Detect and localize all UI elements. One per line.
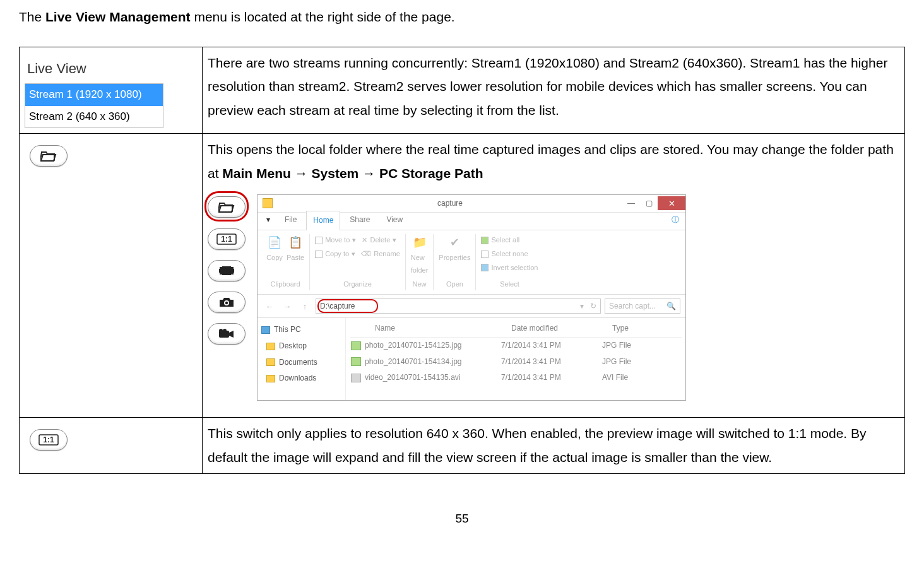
tab-home[interactable]: Home (306, 211, 340, 230)
svg-text:1:1: 1:1 (43, 435, 54, 444)
video-file-icon (351, 374, 361, 382)
ribbon-copy[interactable]: 📄Copy (266, 234, 283, 264)
file-list-header: Name Date modified Type (350, 321, 682, 338)
one-to-one-button[interactable]: 1:1 (30, 429, 68, 451)
row1-cell-desc: There are two streams running concurrent… (203, 47, 905, 134)
tree-documents[interactable]: Documents (261, 355, 341, 371)
search-icon: 🔍 (666, 300, 676, 314)
row2-arrow-1: → (291, 166, 312, 180)
col-date-header[interactable]: Date modified (511, 322, 612, 336)
explorer-file-list: Name Date modified Type photo_20140701-1… (346, 318, 685, 400)
search-placeholder: Search capt... (609, 300, 656, 314)
intro-paragraph: The Live View Management menu is located… (19, 6, 905, 28)
open-folder-button-highlighted[interactable] (208, 196, 246, 218)
file-row[interactable]: video_20140701-154135.avi 7/1/2014 3:41 … (350, 370, 682, 386)
button-stack: 1:1 (208, 194, 246, 345)
col-type-header[interactable]: Type (612, 322, 629, 336)
properties-icon: ✔ (446, 234, 463, 251)
row2-arrow-2: → (358, 166, 379, 180)
intro-prefix: The (19, 9, 45, 24)
tab-file[interactable]: File (278, 210, 304, 230)
row2-bold-system: System (312, 166, 359, 180)
open-folder-button[interactable] (30, 145, 68, 167)
ribbon-new-folder[interactable]: 📁New folder (411, 234, 429, 277)
ribbon-group-new: New (413, 278, 427, 291)
ribbon-select-none[interactable]: Select none (481, 248, 538, 261)
explorer-nav-bar: ← → ↑ D:\capture ▾ ↻ Search capt... 🔍 (258, 295, 685, 318)
file-row[interactable]: photo_20140701-154134.jpg 7/1/2014 3:41 … (350, 354, 682, 370)
explorer-ribbon-tabs: ▾ File Home Share View ⓘ (258, 213, 685, 230)
ribbon-select-all[interactable]: Select all (481, 234, 538, 247)
explorer-title: capture (278, 197, 622, 211)
nav-back-icon[interactable]: ← (263, 299, 276, 313)
row3-cell-image: 1:1 (20, 418, 203, 474)
address-highlight (317, 299, 378, 313)
fullscreen-button[interactable] (208, 260, 246, 281)
pc-icon (261, 326, 270, 334)
ribbon-group-open: Open (446, 278, 463, 291)
stream-list[interactable]: Stream 1 (1920 x 1080) Stream 2 (640 x 3… (25, 83, 163, 128)
tree-desktop[interactable]: Desktop (261, 338, 341, 355)
tab-share[interactable]: Share (343, 210, 377, 230)
search-box[interactable]: Search capt... 🔍 (605, 298, 680, 314)
svg-text:1:1: 1:1 (221, 235, 232, 244)
row3-cell-desc: This switch only applies to resolution 6… (203, 418, 905, 474)
explorer-ribbon: 📄Copy 📋Paste Clipboard Move to ▾ ✕ Delet… (258, 230, 685, 295)
svg-point-4 (225, 302, 228, 304)
nav-fwd-icon[interactable]: → (280, 299, 294, 313)
row2-desc-text: This opens the local folder where the re… (208, 138, 899, 186)
file-row[interactable]: photo_20140701-154125.jpg 7/1/2014 3:41 … (350, 338, 682, 354)
svg-rect-2 (219, 266, 234, 275)
explorer-tree: This PC Desktop Documents Downloads (258, 318, 346, 400)
intro-suffix: menu is located at the right side of the… (191, 9, 455, 24)
svg-point-6 (219, 329, 223, 333)
stream-option-1[interactable]: Stream 1 (1920 x 1080) (25, 84, 163, 106)
row3-desc-text: This switch only applies to resolution 6… (208, 426, 867, 464)
svg-point-7 (223, 329, 227, 333)
stream-option-2[interactable]: Stream 2 (640 x 360) (25, 106, 163, 128)
col-name-header[interactable]: Name (360, 322, 511, 336)
row2-cell-desc: This opens the local folder where the re… (203, 134, 905, 418)
tree-downloads[interactable]: Downloads (261, 370, 341, 387)
row2-cell-image (20, 134, 203, 418)
image-file-icon (351, 357, 361, 366)
camera-icon (218, 296, 235, 309)
feature-table: Live View Stream 1 (1920 x 1080) Stream … (19, 47, 905, 474)
folder-icon (266, 343, 275, 350)
help-icon[interactable]: ⓘ (665, 211, 685, 230)
ribbon-move-to[interactable]: Move to ▾ ✕ Delete ▾ (315, 234, 400, 247)
address-bar[interactable]: D:\capture ▾ ↻ (316, 298, 601, 314)
record-button[interactable] (208, 323, 246, 345)
quick-access-icon[interactable]: ▾ (261, 211, 275, 230)
row1-desc-text: There are two streams running concurrent… (208, 56, 887, 118)
ribbon-copy-to[interactable]: Copy to ▾ ⌫ Rename (315, 248, 400, 261)
snapshot-button[interactable] (208, 292, 246, 313)
image-file-icon (351, 341, 361, 350)
maximize-button[interactable]: ▢ (640, 196, 658, 210)
video-camera-icon (217, 328, 236, 340)
folder-icon (266, 375, 275, 382)
ribbon-paste[interactable]: 📋Paste (287, 234, 304, 264)
tree-this-pc[interactable]: This PC (261, 322, 341, 338)
one-to-one-icon: 1:1 (216, 233, 237, 245)
folder-icon (263, 198, 273, 208)
close-button[interactable]: ✕ (658, 196, 685, 210)
ribbon-properties[interactable]: ✔Properties (439, 234, 470, 264)
row1-cell-image: Live View Stream 1 (1920 x 1080) Stream … (20, 47, 203, 134)
live-view-label: Live View (22, 52, 199, 84)
folder-icon (266, 358, 275, 366)
ribbon-group-clipboard: Clipboard (271, 278, 300, 291)
folder-open-icon (40, 150, 57, 162)
nav-up-icon[interactable]: ↑ (298, 299, 312, 313)
ribbon-group-organize: Organize (343, 278, 372, 291)
one-to-one-button[interactable]: 1:1 (208, 228, 246, 250)
tab-view[interactable]: View (379, 210, 410, 230)
paste-icon: 📋 (287, 234, 304, 251)
ribbon-group-select: Select (500, 278, 519, 291)
windows-explorer-screenshot: capture — ▢ ✕ ▾ File Home Share View ⓘ (257, 194, 686, 401)
copy-icon: 📄 (266, 234, 283, 251)
minimize-button[interactable]: — (622, 196, 640, 210)
explorer-titlebar: capture — ▢ ✕ (258, 195, 685, 213)
fullscreen-icon (217, 264, 236, 277)
ribbon-invert[interactable]: Invert selection (481, 262, 538, 275)
